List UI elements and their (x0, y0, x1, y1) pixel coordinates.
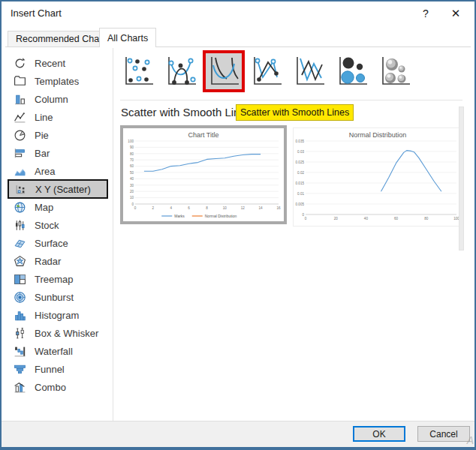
subtype-scatter-straight-lines[interactable] (293, 55, 326, 88)
sidebar-item-combo[interactable]: Combo (6, 378, 113, 396)
templates-icon (14, 75, 26, 88)
svg-text:Normal Distribution: Normal Distribution (349, 131, 407, 139)
subtype-scatter[interactable] (122, 55, 155, 88)
sidebar-item-map[interactable]: Map (6, 198, 113, 216)
sidebar-divider (113, 48, 113, 422)
svg-text:0.035: 0.035 (296, 140, 305, 143)
tab-all-charts[interactable]: All Charts (99, 28, 156, 47)
subtype-scatter-straight-markers[interactable] (250, 55, 283, 88)
sidebar-item-surface[interactable]: Surface (6, 234, 113, 252)
svg-text:10: 10 (223, 206, 227, 210)
sidebar-item-recent[interactable]: Recent (6, 54, 113, 72)
sidebar-item-funnel[interactable]: Funnel (6, 360, 113, 378)
sidebar-item-area[interactable]: Area (6, 162, 113, 180)
svg-text:90: 90 (130, 146, 134, 149)
help-button[interactable]: ? (414, 4, 437, 23)
svg-text:2: 2 (152, 206, 155, 210)
svg-text:12: 12 (241, 206, 246, 210)
svg-text:4: 4 (170, 206, 172, 210)
svg-text:Chart Title: Chart Title (188, 131, 218, 139)
svg-text:14: 14 (259, 206, 264, 210)
scrollbar-thumb[interactable] (459, 106, 464, 250)
help-icon: ? (423, 8, 429, 20)
subtype-heading: Scatter with Smooth Lines (121, 106, 252, 118)
svg-text:16: 16 (276, 206, 281, 210)
bubble-3d-icon (378, 55, 411, 88)
sidebar-item-stock[interactable]: Stock (6, 216, 113, 234)
sidebar-item-histogram[interactable]: Histogram (6, 306, 113, 324)
sidebar-item-column[interactable]: Column (6, 90, 113, 108)
insert-chart-dialog: Insert Chart ? ✕ Recommended Charts All … (0, 0, 476, 450)
svg-text:80: 80 (130, 152, 134, 156)
svg-text:0: 0 (134, 206, 137, 210)
preview-chart-normal-distribution[interactable]: Normal Distribution00.0050.010.0150.020.… (293, 128, 462, 226)
surface-chart-icon (14, 237, 26, 250)
cancel-button[interactable]: Cancel (417, 426, 470, 442)
sunburst-chart-icon (14, 291, 26, 304)
svg-text:0: 0 (302, 213, 304, 217)
svg-text:0: 0 (305, 217, 307, 220)
subtype-tooltip: Scatter with Smooth Lines (236, 104, 354, 121)
svg-text:0.005: 0.005 (296, 202, 305, 206)
scatter-dots-icon (122, 55, 155, 88)
svg-text:6: 6 (188, 206, 190, 210)
box-whisker-chart-icon (14, 327, 26, 340)
subtype-row (122, 55, 411, 88)
scatter-straight-markers-icon (250, 55, 283, 88)
radar-chart-icon (14, 255, 26, 268)
ok-button[interactable]: OK (353, 426, 405, 442)
sidebar-item-radar[interactable]: Radar (6, 252, 113, 270)
svg-text:10: 10 (130, 196, 134, 200)
section-divider (120, 100, 462, 100)
svg-text:0.015: 0.015 (296, 182, 305, 185)
svg-text:40: 40 (364, 217, 369, 220)
line-chart-icon (14, 111, 26, 124)
preview-chart-marks[interactable]: Chart Title01020304050607080901000246810… (120, 125, 287, 224)
sidebar-item-waterfall[interactable]: Waterfall (6, 342, 113, 360)
svg-text:0.025: 0.025 (296, 160, 305, 164)
column-chart-icon (14, 93, 26, 106)
sidebar-item-treemap[interactable]: Treemap (6, 270, 113, 288)
svg-text:0.02: 0.02 (297, 171, 304, 175)
area-chart-icon (14, 165, 26, 178)
footer: OK Cancel (2, 421, 474, 447)
scatter-smooth-lines-icon (207, 55, 240, 88)
svg-text:Marks: Marks (174, 214, 185, 218)
subtype-bubble[interactable] (336, 55, 369, 88)
svg-text:20: 20 (130, 190, 134, 194)
scatter-straight-lines-icon (293, 55, 326, 88)
sidebar-item-xy-scatter[interactable]: X Y (Scatter) (8, 179, 108, 199)
subtype-scatter-smooth-markers[interactable] (164, 55, 197, 88)
scatter-chart-icon (14, 183, 27, 196)
svg-text:60: 60 (130, 164, 134, 168)
svg-text:50: 50 (130, 171, 134, 175)
dialog-frame: Insert Chart ? ✕ Recommended Charts All … (0, 0, 476, 450)
combo-chart-icon (14, 381, 26, 394)
chart-type-sidebar: Recent Templates Column Line Pie Bar (6, 54, 113, 396)
waterfall-chart-icon (14, 345, 26, 358)
close-button[interactable]: ✕ (444, 4, 467, 23)
sidebar-item-line[interactable]: Line (6, 108, 113, 126)
bar-chart-icon (14, 147, 26, 160)
svg-text:100: 100 (128, 140, 134, 143)
watermark: A (467, 434, 474, 446)
subtype-scatter-smooth-lines[interactable] (207, 55, 240, 88)
recent-icon (14, 57, 26, 70)
svg-text:80: 80 (424, 217, 429, 220)
svg-text:0: 0 (131, 202, 134, 206)
map-chart-icon (14, 201, 26, 214)
tab-baseline (5, 46, 471, 47)
svg-text:40: 40 (130, 177, 134, 181)
sidebar-item-sunburst[interactable]: Sunburst (6, 288, 113, 306)
svg-text:60: 60 (394, 217, 399, 220)
subtype-3d-bubble[interactable] (378, 55, 411, 88)
svg-text:30: 30 (130, 184, 134, 188)
scatter-smooth-markers-icon (164, 55, 197, 88)
close-icon: ✕ (451, 7, 461, 20)
sidebar-item-bar[interactable]: Bar (6, 144, 113, 162)
sidebar-item-templates[interactable]: Templates (6, 72, 113, 90)
bubble-icon (336, 55, 369, 88)
sidebar-item-box-whisker[interactable]: Box & Whisker (6, 324, 113, 342)
sidebar-item-pie[interactable]: Pie (6, 126, 113, 144)
funnel-chart-icon (14, 363, 26, 376)
